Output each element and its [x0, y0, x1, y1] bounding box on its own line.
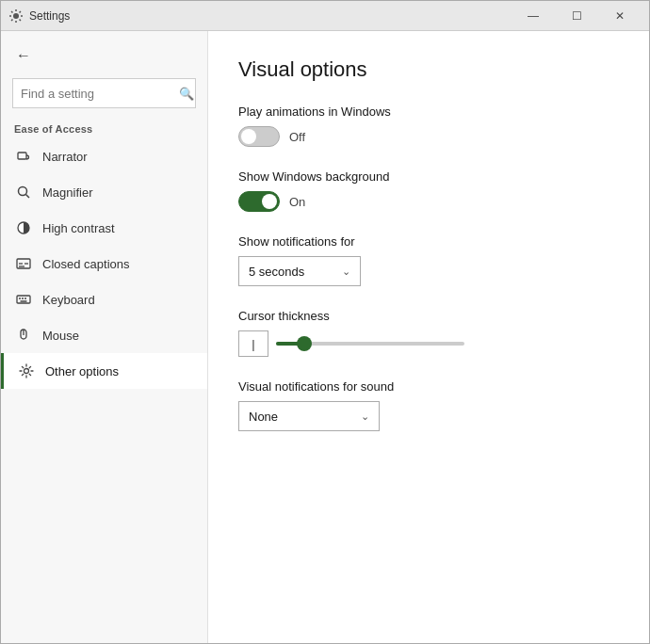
other-options-icon	[17, 362, 36, 380]
high-contrast-icon	[14, 218, 33, 237]
sidebar-item-keyboard-label: Keyboard	[42, 293, 95, 307]
play-animations-toggle-row: Off	[238, 126, 619, 147]
svg-point-16	[24, 369, 29, 374]
mouse-icon	[14, 326, 33, 345]
sidebar-section-label: Ease of Access	[1, 114, 207, 138]
search-box[interactable]: 🔍	[12, 78, 196, 108]
svg-rect-1	[18, 153, 26, 159]
svg-line-3	[26, 195, 30, 199]
cursor-slider-track[interactable]	[276, 342, 464, 346]
svg-point-0	[13, 13, 19, 19]
title-bar: Settings — ☐ ✕	[1, 1, 649, 31]
visual-notifications-label: Visual notifications for sound	[238, 379, 619, 394]
cursor-preview: |	[238, 330, 268, 357]
notifications-chevron-icon: ⌄	[342, 266, 350, 278]
cursor-thickness-section: Cursor thickness |	[238, 309, 619, 357]
settings-window-icon	[8, 8, 24, 24]
title-bar-controls: — ☐ ✕	[512, 1, 642, 31]
notifications-value: 5 seconds	[249, 265, 304, 279]
visual-notifications-section: Visual notifications for sound None ⌄	[238, 379, 619, 431]
narrator-icon	[14, 147, 33, 166]
search-icon: 🔍	[179, 87, 194, 101]
maximize-button[interactable]: ☐	[555, 1, 598, 31]
play-animations-section: Play animations in Windows Off	[238, 105, 619, 147]
play-animations-toggle[interactable]	[238, 126, 280, 147]
show-background-thumb	[262, 194, 277, 209]
sidebar: ← 🔍 Ease of Access Narrator	[1, 31, 208, 643]
back-arrow-icon: ←	[12, 44, 35, 67]
visual-notifications-chevron-icon: ⌄	[361, 411, 369, 423]
show-background-toggle[interactable]	[238, 191, 280, 212]
sidebar-item-high-contrast[interactable]: High contrast	[1, 210, 207, 246]
play-animations-thumb	[241, 129, 256, 144]
sidebar-item-narrator-label: Narrator	[42, 150, 88, 164]
magnifier-icon	[14, 183, 33, 201]
sidebar-item-other-options[interactable]: Other options	[1, 353, 207, 389]
show-background-label: Show Windows background	[238, 169, 619, 184]
notifications-section: Show notifications for 5 seconds ⌄	[238, 234, 619, 286]
main-layout: ← 🔍 Ease of Access Narrator	[1, 31, 649, 643]
sidebar-item-magnifier[interactable]: Magnifier	[1, 174, 207, 210]
show-background-toggle-row: On	[238, 191, 619, 212]
sidebar-item-closed-captions-label: Closed captions	[42, 257, 130, 271]
cursor-thickness-label: Cursor thickness	[238, 309, 619, 323]
minimize-button[interactable]: —	[512, 1, 555, 31]
visual-notifications-dropdown[interactable]: None ⌄	[238, 401, 380, 431]
sidebar-item-keyboard[interactable]: Keyboard	[1, 282, 207, 317]
play-animations-state: Off	[289, 130, 305, 144]
cursor-preview-char: |	[252, 337, 254, 351]
sidebar-item-other-options-label: Other options	[45, 364, 119, 378]
back-button[interactable]: ←	[1, 39, 207, 72]
sidebar-item-magnifier-label: Magnifier	[42, 185, 92, 200]
cursor-thickness-slider-row: |	[238, 330, 619, 357]
notifications-dropdown[interactable]: 5 seconds ⌄	[238, 256, 361, 286]
content-area: Visual options Play animations in Window…	[208, 31, 649, 643]
visual-notifications-value: None	[249, 410, 278, 424]
sidebar-item-high-contrast-label: High contrast	[42, 221, 115, 235]
sidebar-item-closed-captions[interactable]: Closed captions	[1, 246, 207, 282]
close-button[interactable]: ✕	[598, 1, 642, 31]
svg-point-2	[19, 187, 27, 196]
svg-rect-9	[17, 296, 30, 303]
page-title: Visual options	[238, 57, 619, 82]
cursor-slider-container	[276, 342, 464, 346]
play-animations-label: Play animations in Windows	[238, 105, 619, 119]
title-bar-label: Settings	[29, 9, 512, 23]
closed-captions-icon	[14, 254, 33, 273]
show-background-section: Show Windows background On	[238, 169, 619, 212]
show-background-state: On	[289, 195, 305, 209]
sidebar-item-mouse-label: Mouse	[42, 329, 79, 343]
search-input[interactable]	[21, 87, 179, 101]
sidebar-item-mouse[interactable]: Mouse	[1, 317, 207, 353]
notifications-label: Show notifications for	[238, 234, 619, 249]
settings-window: Settings — ☐ ✕ ← 🔍 Ease of Access	[0, 0, 650, 644]
sidebar-item-narrator[interactable]: Narrator	[1, 138, 207, 174]
keyboard-icon	[14, 290, 33, 309]
cursor-slider-thumb[interactable]	[297, 336, 312, 351]
